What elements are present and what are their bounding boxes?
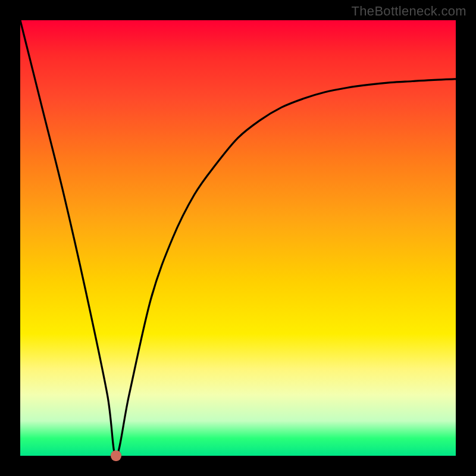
watermark-text: TheBottleneck.com [352,4,466,19]
chart-frame: TheBottleneck.com [0,0,476,476]
minimum-marker-icon [111,450,121,461]
plot-area [20,20,456,456]
bottleneck-curve [20,20,456,456]
